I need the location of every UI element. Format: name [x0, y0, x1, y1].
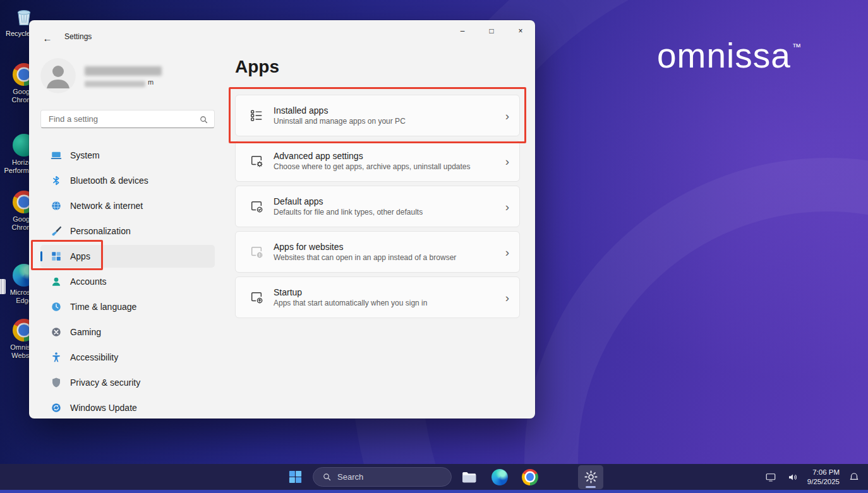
chevron-right-icon: ›	[505, 201, 509, 213]
sidebar-item-network-internet[interactable]: Network & internet	[40, 194, 215, 217]
chrome-button[interactable]	[517, 465, 543, 489]
startup-icon	[250, 290, 263, 304]
settings-sidebar: m System Bluetooth & devices	[29, 49, 238, 419]
edge-button[interactable]	[487, 465, 512, 489]
sidebar-item-accounts[interactable]: Accounts	[40, 270, 215, 293]
system-icon	[51, 150, 62, 161]
installed-apps-icon	[250, 109, 263, 122]
back-button[interactable]: ←	[39, 30, 56, 45]
card-default-apps[interactable]: Default apps Defaults for file and link …	[235, 186, 520, 227]
taskbar-clock[interactable]: 7:06 PM 9/25/2025	[807, 468, 840, 487]
volume-icon[interactable]	[785, 470, 800, 485]
taskbar-center: Search	[282, 464, 603, 490]
sidebar-item-personalization[interactable]: Personalization	[40, 220, 215, 242]
sidebar-item-label: Windows Update	[70, 403, 137, 413]
window-title: Settings	[64, 32, 92, 41]
clock-date: 9/25/2025	[807, 477, 840, 487]
sidebar-item-time-language[interactable]: Time & language	[40, 295, 215, 318]
chrome-icon	[522, 469, 538, 485]
search-icon	[322, 472, 332, 482]
card-title: Apps for websites	[274, 242, 456, 252]
sidebar-item-privacy-security[interactable]: Privacy & security	[40, 371, 215, 394]
advanced-app-settings-icon	[250, 154, 263, 168]
sidebar-item-label: Apps	[70, 251, 90, 261]
card-title: Installed apps	[274, 105, 406, 116]
card-advanced-app-settings[interactable]: Advanced app settings Choose where to ge…	[235, 140, 520, 182]
partial-desktop-icon	[0, 279, 6, 294]
card-installed-apps[interactable]: Installed apps Uninstall and manage apps…	[235, 95, 520, 136]
apps-card-list: Installed apps Uninstall and manage apps…	[235, 95, 520, 318]
find-a-setting-input[interactable]	[41, 110, 214, 128]
sidebar-item-system[interactable]: System	[40, 144, 215, 167]
settings-button[interactable]	[578, 465, 603, 489]
card-subtitle: Defaults for file and link types, other …	[274, 208, 423, 217]
card-text: Advanced app settings Choose where to ge…	[274, 151, 471, 171]
globe-icon	[51, 200, 62, 211]
card-subtitle: Websites that can open in an app instead…	[274, 253, 456, 262]
sidebar-item-label: Accessibility	[70, 352, 118, 362]
minimize-button[interactable]: –	[448, 20, 477, 41]
window-controls: – □ ×	[448, 20, 535, 41]
bottom-strip	[0, 490, 868, 493]
apps-for-websites-icon	[250, 245, 263, 259]
display-tray-icon[interactable]	[763, 470, 778, 485]
sidebar-item-label: Bluetooth & devices	[70, 175, 148, 186]
sidebar-item-gaming[interactable]: Gaming	[40, 321, 215, 343]
chevron-right-icon: ›	[505, 110, 509, 122]
card-title: Startup	[274, 287, 427, 297]
clock-icon	[51, 301, 62, 312]
shield-icon	[51, 377, 62, 388]
file-explorer-icon	[461, 469, 478, 485]
trademark-symbol: ™	[792, 42, 802, 52]
start-button[interactable]	[282, 465, 308, 489]
chevron-right-icon: ›	[505, 155, 509, 167]
settings-nav: System Bluetooth & devices Network & int…	[40, 144, 215, 419]
sidebar-item-bluetooth-devices[interactable]: Bluetooth & devices	[40, 169, 215, 192]
sidebar-item-accessibility[interactable]: Accessibility	[40, 346, 215, 369]
taskbar-search-label: Search	[337, 472, 363, 482]
notification-bell-icon[interactable]	[847, 470, 862, 485]
card-text: Installed apps Uninstall and manage apps…	[274, 105, 406, 126]
user-email-redacted	[85, 81, 145, 87]
update-icon	[51, 402, 62, 413]
find-a-setting-searchbox	[40, 110, 215, 128]
omnissa-logo-text: omnissa	[657, 36, 791, 75]
title-bar: ← Settings – □ ×	[29, 20, 535, 49]
edge-icon	[491, 469, 508, 485]
settings-content: Apps Installed apps Uninstall and manage…	[234, 49, 535, 419]
person-icon	[51, 276, 62, 287]
chevron-right-icon: ›	[505, 292, 509, 304]
page-title: Apps	[235, 57, 279, 77]
card-subtitle: Choose where to get apps, archive apps, …	[274, 162, 471, 171]
close-button[interactable]: ×	[506, 20, 535, 41]
sidebar-item-label: Network & internet	[70, 201, 143, 211]
system-tray: 7:06 PM 9/25/2025	[763, 464, 862, 490]
sidebar-item-label: Privacy & security	[70, 377, 140, 388]
omnissa-logo: omnissa™	[657, 35, 802, 76]
brush-icon	[51, 225, 62, 237]
sidebar-item-apps[interactable]: Apps	[40, 245, 215, 268]
user-email-suffix: m	[148, 78, 154, 86]
apps-grid-icon	[51, 251, 62, 262]
sidebar-item-label: Accounts	[70, 276, 107, 287]
search-icon	[199, 115, 208, 124]
maximize-button[interactable]: □	[477, 20, 506, 41]
card-subtitle: Uninstall and manage apps on your PC	[274, 117, 406, 126]
card-title: Advanced app settings	[274, 151, 471, 161]
file-explorer-button[interactable]	[457, 465, 482, 489]
sidebar-item-label: Time & language	[70, 302, 136, 312]
card-text: Startup Apps that start automatically wh…	[274, 287, 427, 307]
card-subtitle: Apps that start automatically when you s…	[274, 299, 427, 307]
gear-icon	[584, 470, 598, 484]
user-account-block[interactable]: m	[40, 56, 224, 96]
card-apps-for-websites[interactable]: Apps for websites Websites that can open…	[235, 231, 520, 273]
sidebar-item-windows-update[interactable]: Windows Update	[40, 396, 215, 419]
settings-window: ← Settings – □ × m	[29, 20, 535, 419]
windows-logo-icon	[288, 470, 303, 484]
sidebar-item-label: Personalization	[70, 226, 131, 236]
clock-time: 7:06 PM	[807, 468, 840, 477]
taskbar-search[interactable]: Search	[313, 467, 452, 487]
desktop: omnissa™ Recycle Bin Google Chrome Horiz…	[0, 0, 868, 493]
card-startup[interactable]: Startup Apps that start automatically wh…	[235, 276, 520, 318]
taskbar: Search	[0, 464, 868, 490]
